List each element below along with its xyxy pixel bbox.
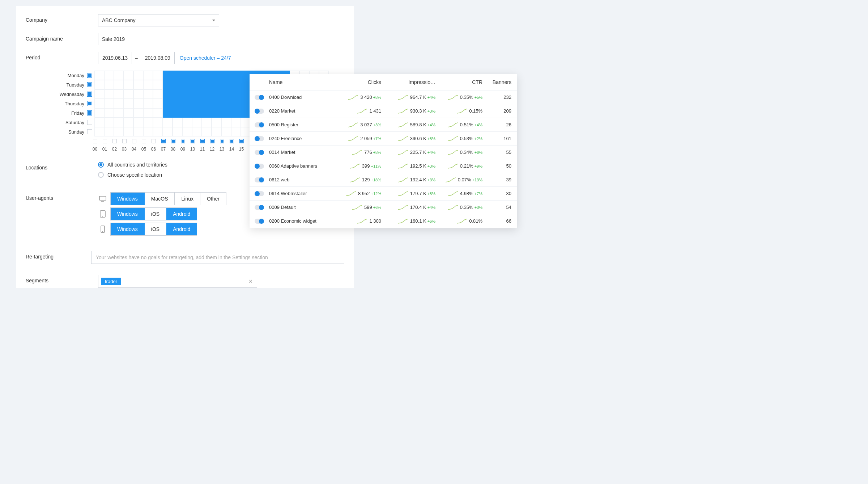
table-row[interactable]: 0614 WebInstaller8 952+12%179.7 K+5%4.98… xyxy=(250,187,517,201)
schedule-cell[interactable] xyxy=(221,118,231,127)
schedule-cell[interactable] xyxy=(94,127,104,136)
schedule-cell[interactable] xyxy=(94,80,104,89)
row-enable-toggle[interactable] xyxy=(255,219,264,224)
period-to-input[interactable]: 2019.08.09 xyxy=(141,52,175,64)
close-icon[interactable]: × xyxy=(247,278,254,285)
company-select[interactable]: ABC Company xyxy=(98,14,219,26)
table-row[interactable]: 0220 Market1 431930.3 K+3%0.15%209 xyxy=(250,104,517,118)
schedule-cell[interactable] xyxy=(241,89,251,99)
schedule-cell[interactable] xyxy=(114,80,124,89)
schedule-cell[interactable] xyxy=(163,89,173,99)
schedule-hour-toggle[interactable] xyxy=(237,137,246,145)
schedule-cell[interactable] xyxy=(133,99,143,108)
th-banners[interactable]: Banners xyxy=(482,79,511,85)
schedule-cell[interactable] xyxy=(202,118,212,127)
schedule-cell[interactable] xyxy=(163,118,173,127)
segments-input[interactable]: trader × xyxy=(98,275,257,288)
schedule-cell[interactable] xyxy=(231,108,241,118)
schedule-cell[interactable] xyxy=(124,118,133,127)
schedule-hour-toggle[interactable] xyxy=(119,137,129,145)
user-agent-btn-android[interactable]: Android xyxy=(166,208,197,220)
user-agent-btn-windows[interactable]: Windows xyxy=(111,208,145,220)
user-agent-btn-ios[interactable]: iOS xyxy=(145,223,166,235)
open-scheduler-link[interactable]: Open scheduler – 24/7 xyxy=(180,55,231,61)
schedule-cell[interactable] xyxy=(114,71,124,80)
schedule-cell[interactable] xyxy=(153,118,163,127)
schedule-day-toggle[interactable] xyxy=(87,82,92,87)
table-row[interactable]: 0009 Default599+6%170.4 K+4%0.35%+3%54 xyxy=(250,201,517,214)
schedule-cell[interactable] xyxy=(114,89,124,99)
schedule-hour-toggle[interactable] xyxy=(90,137,100,145)
user-agent-btn-linux[interactable]: Linux xyxy=(175,193,200,205)
schedule-cell[interactable] xyxy=(104,99,114,108)
schedule-cell[interactable] xyxy=(192,127,202,136)
schedule-cell[interactable] xyxy=(212,71,221,80)
user-agent-btn-windows[interactable]: Windows xyxy=(111,223,145,235)
schedule-hour-toggle[interactable] xyxy=(217,137,227,145)
segment-tag[interactable]: trader xyxy=(101,278,121,285)
schedule-cell[interactable] xyxy=(143,80,153,89)
schedule-cell[interactable] xyxy=(143,127,153,136)
schedule-hour-toggle[interactable] xyxy=(207,137,217,145)
schedule-hour-toggle[interactable] xyxy=(129,137,139,145)
schedule-cell[interactable] xyxy=(173,71,182,80)
schedule-cell[interactable] xyxy=(124,80,133,89)
schedule-cell[interactable] xyxy=(182,89,192,99)
schedule-cell[interactable] xyxy=(114,108,124,118)
schedule-cell[interactable] xyxy=(241,127,251,136)
schedule-day-toggle[interactable] xyxy=(87,92,92,97)
locations-radio-all[interactable] xyxy=(98,162,104,168)
schedule-day-toggle[interactable] xyxy=(87,129,92,134)
schedule-cell[interactable] xyxy=(104,127,114,136)
schedule-hour-toggle[interactable] xyxy=(100,137,110,145)
schedule-cell[interactable] xyxy=(104,108,114,118)
row-enable-toggle[interactable] xyxy=(255,205,264,210)
schedule-cell[interactable] xyxy=(231,99,241,108)
table-row[interactable]: 0240 Freelance2 059+7%390.6 K+5%0.53%+2%… xyxy=(250,132,517,146)
locations-radio-specific[interactable] xyxy=(98,172,104,178)
schedule-cell[interactable] xyxy=(173,99,182,108)
schedule-cell[interactable] xyxy=(192,71,202,80)
schedule-hour-toggle[interactable] xyxy=(149,137,158,145)
schedule-cell[interactable] xyxy=(192,108,202,118)
schedule-cell[interactable] xyxy=(182,80,192,89)
schedule-cell[interactable] xyxy=(212,127,221,136)
schedule-hour-toggle[interactable] xyxy=(110,137,119,145)
schedule-cell[interactable] xyxy=(133,89,143,99)
schedule-cell[interactable] xyxy=(192,80,202,89)
schedule-cell[interactable] xyxy=(104,118,114,127)
schedule-cell[interactable] xyxy=(212,118,221,127)
schedule-cell[interactable] xyxy=(143,89,153,99)
row-enable-toggle[interactable] xyxy=(255,95,264,100)
schedule-cell[interactable] xyxy=(153,89,163,99)
schedule-hour-toggle[interactable] xyxy=(197,137,207,145)
schedule-cell[interactable] xyxy=(231,118,241,127)
schedule-cell[interactable] xyxy=(153,80,163,89)
th-name[interactable]: Name xyxy=(269,79,334,85)
schedule-cell[interactable] xyxy=(221,80,231,89)
schedule-cell[interactable] xyxy=(192,118,202,127)
schedule-cell[interactable] xyxy=(192,99,202,108)
schedule-cell[interactable] xyxy=(231,71,241,80)
schedule-hour-toggle[interactable] xyxy=(188,137,197,145)
schedule-cell[interactable] xyxy=(94,71,104,80)
schedule-cell[interactable] xyxy=(231,80,241,89)
schedule-cell[interactable] xyxy=(104,80,114,89)
schedule-cell[interactable] xyxy=(153,99,163,108)
schedule-cell[interactable] xyxy=(202,89,212,99)
schedule-cell[interactable] xyxy=(124,89,133,99)
row-enable-toggle[interactable] xyxy=(255,109,264,114)
th-impressions[interactable]: Impressio… xyxy=(381,79,435,85)
schedule-cell[interactable] xyxy=(231,127,241,136)
schedule-cell[interactable] xyxy=(221,89,231,99)
schedule-cell[interactable] xyxy=(163,71,173,80)
user-agent-btn-ios[interactable]: iOS xyxy=(145,208,166,220)
table-row[interactable]: 0400 Download3 420+8%964.7 K+4%0.35%+5%2… xyxy=(250,91,517,104)
schedule-cell[interactable] xyxy=(182,71,192,80)
retarget-input[interactable]: Your websites have no goals for retarget… xyxy=(91,251,344,264)
schedule-cell[interactable] xyxy=(114,99,124,108)
schedule-cell[interactable] xyxy=(173,89,182,99)
schedule-cell[interactable] xyxy=(94,99,104,108)
schedule-cell[interactable] xyxy=(241,99,251,108)
schedule-cell[interactable] xyxy=(212,80,221,89)
